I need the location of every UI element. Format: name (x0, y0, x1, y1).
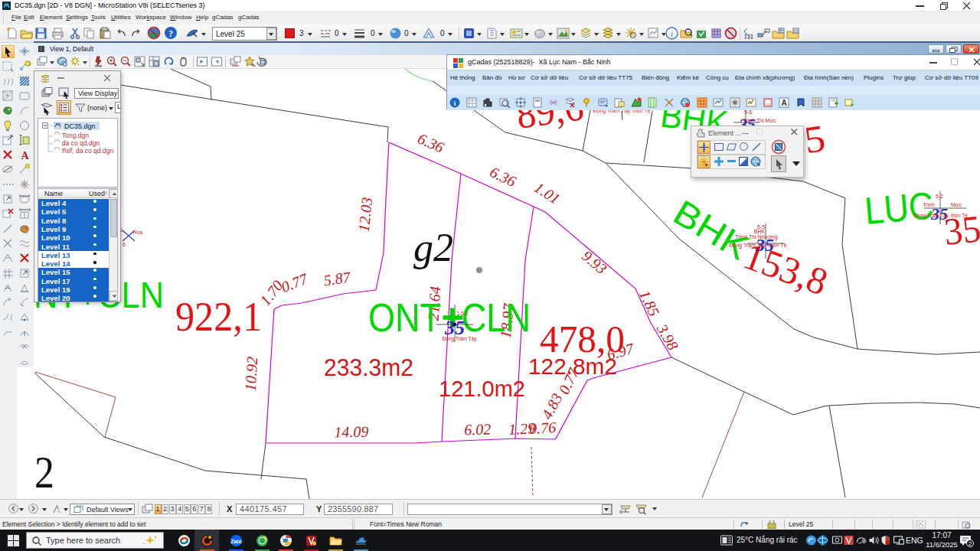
svg-text:6: 6 (122, 242, 126, 247)
svg-text:1-5-2: 1-5-2 (456, 311, 469, 316)
svg-text:122.8m2: 122.8m2 (528, 354, 617, 379)
svg-text:5-6: 5-6 (744, 109, 752, 115)
svg-text:Đồng Tràm Tây, thôn Tè: Đồng Tràm Tây, thôn Tè (729, 242, 786, 249)
svg-text:12.03: 12.03 (355, 197, 376, 233)
svg-text:5-2: 5-2 (936, 194, 943, 199)
svg-text:BHK: BHK (754, 229, 766, 234)
svg-text:Trịnh Thị Mực: Trịnh Thị Mực (743, 118, 776, 123)
svg-text:g2: g2 (413, 226, 453, 269)
svg-text:A: A (781, 99, 786, 107)
svg-text:14.09: 14.09 (334, 423, 368, 441)
svg-text:6.02: 6.02 (464, 420, 492, 438)
svg-text:Mực: Mực (951, 202, 962, 207)
svg-text:DC35.dgn: DC35.dgn (64, 122, 96, 130)
svg-text:121.0m2: 121.0m2 (439, 376, 525, 401)
svg-text:Zalo: Zalo (230, 539, 241, 544)
svg-text:10.92: 10.92 (241, 356, 260, 391)
svg-text:i: i (671, 29, 673, 38)
svg-text:Đồng Tràm Tây: Đồng Tràm Tây (443, 335, 477, 342)
svg-text:2: 2 (34, 447, 54, 497)
svg-text:da co qd.dgn: da co qd.dgn (62, 139, 100, 147)
svg-text:?: ? (168, 28, 173, 39)
svg-text:Ref, da co qd.dgn: Ref, da co qd.dgn (62, 147, 113, 155)
svg-text:922,1: 922,1 (175, 294, 262, 340)
svg-text:233.3m2: 233.3m2 (324, 354, 413, 381)
svg-text:Hòa: Hòa (133, 230, 143, 235)
svg-text:2: 2 (969, 540, 972, 547)
svg-text:Đồng Tràm Tây, thôn Tè: Đồng Tràm Tây, thôn Tè (914, 212, 968, 219)
svg-text:Tong.dgn: Tong.dgn (62, 132, 89, 139)
